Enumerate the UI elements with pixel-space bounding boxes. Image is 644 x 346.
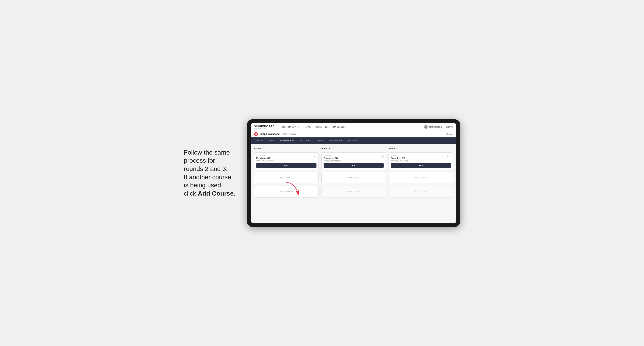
separator: |	[444, 126, 444, 128]
round-3-plus-icon-2: +	[426, 190, 427, 193]
round-3-delete-button[interactable]: ✕	[447, 155, 451, 158]
round-2-column: Round 2 (Course A) Peachtree GC Yellow (…	[322, 147, 386, 197]
plus-icon-2: +	[291, 190, 293, 193]
top-nav: SCOREBOARD Powered by clippd TOURNAMENTS…	[251, 123, 456, 131]
nav-committee[interactable]: COMMITTEE	[316, 126, 330, 128]
round-2-course-label: (Course A)	[324, 155, 341, 157]
round-2-plus-icon-1: +	[358, 176, 360, 179]
nav-rankings[interactable]: RANKINGS	[333, 126, 345, 128]
logo-area: SCOREBOARD Powered by clippd	[254, 125, 274, 129]
page-wrapper: Follow the same process for rounds 2 and…	[184, 119, 460, 227]
instruction-line1: Follow the same	[184, 149, 230, 156]
round-1-edit-button[interactable]: Edit	[256, 163, 316, 168]
round-2-title: Round 2	[322, 147, 386, 150]
instruction-line4: If another course	[184, 173, 231, 180]
nav-right: blair@clippd.io | Sign out	[424, 125, 453, 129]
round-3-course-card: (Course A) Peachtree GC Yellow (M) (6629…	[388, 152, 453, 170]
add-course-text-1: Add Course +	[280, 176, 292, 179]
round-2-card-header: (Course A) Peachtree GC Yellow (M) (6629…	[324, 155, 384, 163]
nav-links: TOURNAMENTS TEAMS COMMITTEE RANKINGS	[282, 126, 419, 128]
tab-printables[interactable]: Printables	[346, 137, 361, 144]
round-3-column: Round 3 (Course A) Peachtree GC Yellow (…	[388, 147, 453, 197]
round-1-course-card: (Course A) Peachtree GC Yellow (M) (6629…	[254, 152, 319, 170]
round-2-edit-button[interactable]: Edit	[324, 163, 384, 168]
round-1-add-course-2[interactable]: Add Course +	[254, 186, 319, 197]
tab-tee-groups[interactable]: Tee Groups	[297, 137, 314, 144]
instruction-line3: rounds 2 and 3.	[184, 165, 228, 172]
men-label: (Men)	[282, 133, 287, 135]
sub-header: C Clippd Invitational (Men) Hosting Canc…	[251, 131, 456, 137]
round-3-add-course-text-2: Add Course +	[414, 190, 427, 193]
round-3-course-details: Yellow (M) (6629 yds)	[391, 160, 408, 162]
plus-icon-1: +	[291, 176, 293, 179]
logo-scoreboard: SCOREBOARD	[254, 125, 274, 128]
tab-teams[interactable]: Teams	[266, 137, 278, 144]
clippd-logo: C	[254, 132, 258, 136]
course-card-header: (Course A) Peachtree GC Yellow (M) (6629…	[256, 155, 316, 163]
add-course-text-2: Add Course +	[280, 190, 292, 193]
tournament-name: Clippd Invitational	[260, 133, 280, 136]
round-3-add-course-label-2: Add Course	[414, 190, 425, 193]
user-email: blair@clippd.io	[429, 126, 442, 128]
tab-details[interactable]: Details	[253, 137, 266, 144]
round-3-plus-icon-1: +	[426, 176, 427, 179]
round-3-course-label: (Course A)	[391, 155, 408, 157]
round-1-title: Round 1	[254, 147, 319, 150]
add-course-label-2: Add Course	[280, 190, 290, 193]
round-2-add-course-label-1: Add Course	[347, 177, 358, 179]
sign-out-link[interactable]: Sign out	[446, 126, 453, 128]
course-info: (Course A) Peachtree GC Yellow (M) (6629…	[256, 155, 274, 163]
cancel-button[interactable]: Cancel	[446, 133, 453, 135]
round-2-add-course-1[interactable]: Add Course +	[322, 172, 386, 184]
add-course-label-1: Add Course	[280, 177, 290, 179]
round-2-add-course-text-1: Add Course +	[347, 176, 360, 179]
round-2-course-info: (Course A) Peachtree GC Yellow (M) (6629…	[324, 155, 341, 163]
instruction-line6: click	[184, 190, 198, 197]
round-3-add-course-2: Add Course +	[388, 186, 453, 197]
instruction-text: Follow the same process for rounds 2 and…	[184, 149, 239, 198]
tablet-frame: SCOREBOARD Powered by clippd TOURNAMENTS…	[247, 119, 460, 227]
round-3-card-header: (Course A) Peachtree GC Yellow (M) (6629…	[391, 155, 451, 163]
round-3-add-course-1[interactable]: Add Course +	[388, 172, 453, 184]
instruction-line5: is being used,	[184, 181, 223, 189]
hosting-badge: Hosting	[288, 133, 297, 135]
round-3-edit-button[interactable]: Edit	[391, 163, 451, 168]
round-1-add-course-1[interactable]: Add Course +	[254, 172, 319, 184]
round-3-course-name: Peachtree GC	[391, 157, 408, 159]
round-3-course-info: (Course A) Peachtree GC Yellow (M) (6629…	[391, 155, 408, 163]
round-1-delete-button[interactable]: ✕	[313, 155, 316, 158]
sub-header-left: C Clippd Invitational (Men) Hosting	[254, 132, 297, 136]
user-avatar	[424, 125, 428, 129]
course-label: (Course A)	[256, 155, 274, 157]
rounds-grid: Round 1 (Course A) Peachtree GC Yellow (…	[254, 147, 453, 197]
main-content: Round 1 (Course A) Peachtree GC Yellow (…	[251, 144, 456, 223]
tab-bar: Details Teams Course Setup Tee Groups Re…	[251, 137, 456, 144]
course-details: Yellow (M) (6629 yds)	[256, 160, 274, 162]
tab-results[interactable]: Results	[314, 137, 326, 144]
round-2-add-course-2: Add Course +	[322, 186, 386, 197]
round-3-add-course-label-1: Add Course	[414, 177, 425, 179]
nav-tournaments[interactable]: TOURNAMENTS	[282, 126, 300, 128]
round-2-course-card: (Course A) Peachtree GC Yellow (M) (6629…	[322, 152, 386, 170]
tablet-inner: SCOREBOARD Powered by clippd TOURNAMENTS…	[251, 123, 456, 223]
round-2-course-details: Yellow (M) (6629 yds)	[324, 160, 341, 162]
instruction-line2: process for	[184, 157, 215, 164]
logo-sub: Powered by clippd	[254, 128, 274, 129]
nav-teams[interactable]: TEAMS	[304, 126, 311, 128]
course-name: Peachtree GC	[256, 157, 274, 159]
round-2-add-course-text-2: Add Course +	[347, 190, 360, 193]
instruction-bold: Add Course.	[198, 190, 235, 197]
round-2-plus-icon-2: +	[358, 190, 360, 193]
round-3-title: Round 3	[388, 147, 453, 150]
tab-course-setup[interactable]: Course Setup	[278, 137, 297, 144]
round-2-add-course-label-2: Add Course	[347, 190, 358, 193]
round-1-column: Round 1 (Course A) Peachtree GC Yellow (…	[254, 147, 319, 197]
round-2-delete-button[interactable]: ✕	[380, 155, 384, 158]
tab-leaderboards[interactable]: Leaderboards	[326, 137, 346, 144]
round-3-add-course-text-1: Add Course +	[414, 176, 427, 179]
round-2-course-name: Peachtree GC	[324, 157, 341, 159]
